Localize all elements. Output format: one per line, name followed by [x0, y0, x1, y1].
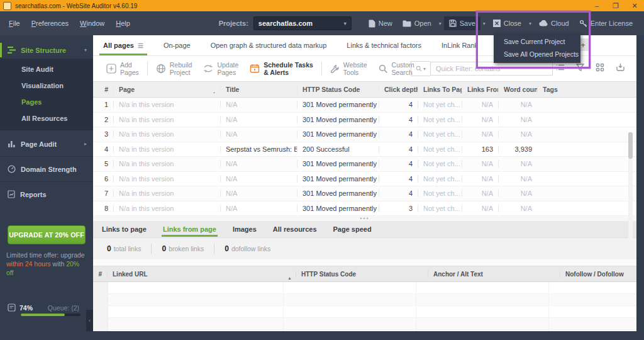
col-page[interactable]: Page ▲ [113, 86, 220, 93]
col-anchor-alt-text[interactable]: Anchor / Alt Text [428, 271, 560, 278]
sidebar-collapse-handle[interactable]: ‹ [86, 310, 93, 331]
filter-mode-button[interactable]: ▾ [411, 61, 430, 76]
tab-inlink-rank[interactable]: InLink Rank [431, 35, 488, 55]
sidebar-item-site-structure[interactable]: Site Structure ▾ [0, 42, 93, 59]
column-list-icon[interactable] [556, 64, 565, 71]
quick-filter-input[interactable] [430, 62, 553, 76]
table-row[interactable]: 1N/a in this versionN/A301 Moved permane… [93, 98, 636, 113]
divider [147, 62, 148, 76]
minimize-button[interactable]: – [587, 0, 606, 11]
tab-all-resources[interactable]: All resources [273, 222, 317, 237]
table-row[interactable]: 5N/a in this versionN/A301 Moved permane… [93, 157, 636, 172]
sidebar-item-reports[interactable]: Reports [0, 186, 93, 203]
table-row[interactable]: 3N/a in this versionN/A301 Moved permane… [93, 127, 636, 142]
col-tags[interactable]: Tags [537, 86, 636, 93]
tab-links-technical[interactable]: Links & technical factors [336, 35, 431, 55]
sidebar-item-domain-strength[interactable]: Domain Strength [0, 161, 93, 178]
new-file-icon [368, 20, 375, 28]
col-http-status[interactable]: HTTP Status Code [296, 271, 428, 278]
col-links-to-page[interactable]: Links To Page [418, 86, 462, 93]
website-tools-button[interactable]: WebsiteTools [325, 61, 373, 76]
rebuild-project-button[interactable]: RebuildProject [150, 61, 198, 76]
upgrade-button[interactable]: UPGRADE AT 20% OFF [8, 225, 86, 244]
save-dropdown-menu: Save Current Project Save All Opened Pro… [494, 33, 580, 63]
cloud-button[interactable]: Cloud [534, 16, 574, 30]
panel-splitter-handle[interactable]: ••• [93, 216, 636, 221]
table-row[interactable]: 4N/a in this versionSerpstat vs Semrush:… [93, 142, 636, 157]
col-word-count[interactable]: Word count [498, 86, 537, 93]
empty-row [93, 282, 636, 294]
sidebar-item-pages[interactable]: Pages [0, 94, 93, 110]
window-bottom-bar [0, 331, 644, 340]
schedule-tasks-button[interactable]: Schedule Tasks& Alerts [244, 61, 319, 76]
col-click-depth[interactable]: Click depth [379, 86, 418, 93]
close-window-button[interactable]: ✕ [625, 0, 644, 11]
export-download-icon[interactable] [616, 62, 625, 72]
broken-links-count: 0 [162, 244, 166, 253]
sort-asc-icon: ▲ [287, 276, 292, 280]
save-menu-chevron[interactable]: ▾ [480, 18, 488, 30]
sidebar-item-visualization[interactable]: Visualization [0, 77, 93, 94]
tab-options-icon[interactable]: ☰ [138, 42, 143, 49]
table-row[interactable]: 7N/a in this versionN/A301 Moved permane… [93, 186, 636, 201]
open-folder-icon [402, 20, 411, 27]
window-controls: – ❐ ✕ [587, 0, 644, 11]
site-structure-icon [8, 46, 16, 54]
save-project-button[interactable]: Save [444, 16, 480, 30]
chevron-down-icon: ▾ [84, 47, 87, 53]
divider [321, 62, 322, 76]
enter-license-button[interactable]: Enter License [574, 16, 638, 31]
tab-links-from-page[interactable]: Links from page [163, 222, 216, 237]
sidebar-item-all-resources[interactable]: All Resources [0, 110, 93, 127]
col-links-from[interactable]: Links From ... [462, 86, 498, 93]
menu-item-save-current-project[interactable]: Save Current Project [494, 35, 580, 48]
refresh-icon [203, 64, 213, 73]
menu-help[interactable]: Help [116, 20, 130, 27]
empty-row [93, 318, 636, 330]
save-floppy-icon [449, 20, 457, 27]
divider [0, 181, 93, 182]
table-row[interactable]: 6N/a in this versionN/A301 Moved permane… [93, 172, 636, 187]
col-title[interactable]: Title [220, 86, 297, 93]
col-linked-url[interactable]: Linked URL ▲ [107, 271, 296, 278]
menu-item-save-all-opened-projects[interactable]: Save All Opened Projects [494, 48, 580, 60]
project-selector[interactable]: searchatlas.com ▾ [253, 16, 352, 30]
tab-images[interactable]: Images [233, 222, 257, 237]
progress-percent: 74% [19, 304, 33, 312]
menu-file[interactable]: File [9, 20, 20, 27]
tab-page-speed[interactable]: Page speed [333, 222, 372, 237]
grid-view-icon[interactable] [596, 63, 604, 72]
col-num[interactable]: # [93, 271, 107, 278]
table-row[interactable]: 2N/a in this versionN/A301 Moved permane… [93, 113, 636, 128]
close-project-button[interactable]: Close [488, 16, 526, 30]
update-pages-button[interactable]: UpdatePages [197, 61, 244, 76]
tab-on-page[interactable]: On-page [153, 35, 201, 55]
crawl-status: 74% Queue: (2) [0, 303, 93, 322]
restore-button[interactable]: ❐ [606, 0, 625, 11]
tab-links-to-page[interactable]: Links to page [102, 222, 147, 237]
view-controls [556, 62, 625, 72]
close-x-square-icon [493, 20, 501, 27]
dofollow-links-count: 0 [225, 244, 229, 253]
sidebar-item-site-audit[interactable]: Site Audit [0, 61, 93, 77]
col-http-status[interactable]: HTTP Status Code [297, 86, 379, 93]
col-num[interactable]: # [93, 86, 113, 93]
col-nofollow-dofollow[interactable]: Nofollow / Dofollow [560, 271, 636, 278]
pages-table-header: # Page ▲ Title HTTP Status Code Click de… [93, 81, 636, 98]
table-row[interactable]: 8N/a in this versionN/A301 Moved permane… [93, 201, 636, 217]
menu-preferences[interactable]: Preferences [31, 20, 69, 27]
open-project-button[interactable]: Open [397, 16, 436, 30]
menu-window[interactable]: Window [80, 20, 104, 27]
tab-all-pages[interactable]: All pages ☰ [93, 35, 153, 55]
sidebar-item-page-audit[interactable]: Page Audit ▸ [0, 135, 93, 152]
add-pages-button[interactable]: AddPages [101, 61, 145, 76]
close-menu-chevron[interactable]: ▾ [526, 18, 534, 30]
new-project-button[interactable]: New [363, 16, 397, 31]
links-table-header: # Linked URL ▲ HTTP Status Code Anchor /… [93, 266, 636, 282]
open-menu-chevron[interactable]: ▾ [436, 18, 444, 30]
main-panel: All pages ☰ On-page Open graph & structu… [93, 35, 636, 331]
cloud-icon [539, 20, 548, 26]
table-scrollbar[interactable] [628, 132, 633, 243]
tab-open-graph[interactable]: Open graph & structured data markup [201, 35, 337, 55]
filter-funnel-icon[interactable] [576, 64, 584, 71]
